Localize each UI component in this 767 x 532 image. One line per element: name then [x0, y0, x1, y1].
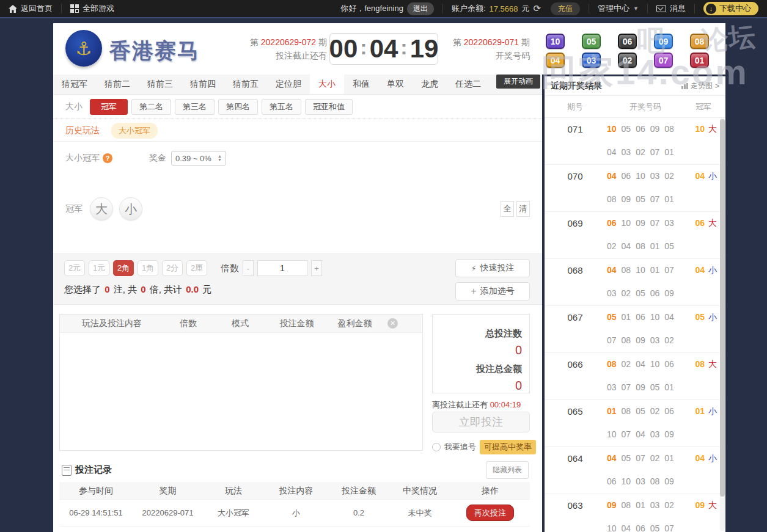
trend-chart-link[interactable]: 走势图 >: [681, 81, 719, 91]
chase-radio[interactable]: [432, 443, 441, 451]
champion-size: 大: [708, 218, 717, 229]
result-numbers-line1: 0408100107: [607, 265, 691, 275]
total-amount-value: 0: [433, 379, 522, 393]
tab-任选二[interactable]: 任选二: [447, 75, 490, 94]
champion-size: 大: [708, 500, 717, 511]
tab-猜前四[interactable]: 猜前四: [182, 75, 224, 94]
tab-猜冠军[interactable]: 猜冠军: [53, 75, 96, 94]
result-number: 01: [607, 406, 617, 416]
multiplier-plus-button[interactable]: +: [311, 260, 322, 276]
result-number: 06: [607, 476, 617, 486]
multiplier-minus-button[interactable]: -: [243, 260, 254, 276]
tab-猜前二[interactable]: 猜前二: [96, 75, 139, 94]
sidebar-scrollbar-thumb[interactable]: [720, 119, 725, 497]
close-circle-icon[interactable]: ✕: [387, 318, 398, 329]
result-number: 01: [664, 147, 674, 157]
home-icon: [9, 5, 17, 13]
position-option-第五名[interactable]: 第五名: [262, 99, 301, 115]
download-center-button[interactable]: ↓ 下载中心: [695, 0, 767, 18]
multiplier-input[interactable]: [257, 260, 307, 276]
result-number: 09: [636, 218, 645, 228]
result-number: 09: [664, 429, 674, 439]
position-option-第二名[interactable]: 第二名: [131, 99, 171, 115]
champion-cell: 06大: [683, 218, 717, 229]
site-logo[interactable]: ⚓: [65, 30, 102, 67]
chip-1角[interactable]: 1角: [138, 260, 158, 276]
bet-summary-box: 总投注数 0 投注总金额 0: [432, 314, 530, 393]
chip-2分[interactable]: 2分: [162, 260, 183, 276]
select-all-button[interactable]: 全: [501, 201, 514, 217]
result-number: 03: [650, 429, 660, 439]
champion-cell: 05小: [683, 312, 717, 323]
size-option-大[interactable]: 大: [90, 197, 113, 220]
tab-和值[interactable]: 和值: [344, 75, 378, 94]
chip-2角[interactable]: 2角: [113, 260, 134, 276]
position-option-冠军[interactable]: 冠军: [90, 99, 128, 115]
bet-slip-header: 玩法及投注内容倍数模式投注金额盈利金额✕: [60, 315, 422, 333]
tab-猜前三[interactable]: 猜前三: [139, 75, 182, 94]
recharge-button[interactable]: 充值: [549, 0, 589, 18]
question-icon[interactable]: ?: [103, 153, 112, 163]
bonus-select[interactable]: 0.39 ~ 0% ▲▼: [171, 151, 226, 166]
champion-cell: 04小: [683, 453, 717, 464]
position-option-第三名[interactable]: 第三名: [175, 99, 215, 115]
clear-button[interactable]: 清: [516, 201, 530, 217]
position-option-第四名[interactable]: 第四名: [218, 99, 258, 115]
logout-button[interactable]: 退出: [407, 0, 442, 18]
result-number: 07: [622, 382, 631, 392]
hide-list-button[interactable]: 隐藏列表: [486, 461, 529, 479]
tab-猜前五[interactable]: 猜前五: [224, 75, 267, 94]
result-number: 04: [607, 453, 617, 463]
tab-单双[interactable]: 单双: [378, 75, 413, 94]
result-number: 07: [664, 265, 674, 275]
champion-size: 小: [708, 265, 717, 276]
quick-bet-button[interactable]: ⚡ 快速投注: [455, 259, 530, 277]
rebet-button[interactable]: 再次投注: [466, 505, 514, 521]
chip-2厘[interactable]: 2厘: [186, 260, 207, 276]
bet-records-header: 投注记录: [62, 464, 112, 476]
tab-大小[interactable]: 大小: [310, 75, 344, 94]
selected-total-amount: 0.0: [185, 284, 200, 294]
result-number: 04: [664, 312, 674, 322]
results-column-headers: 期号 开奖号码 冠军: [545, 96, 725, 118]
chip-1元[interactable]: 1元: [89, 260, 109, 276]
slip-column-4: 投注金额: [268, 318, 326, 329]
records-header-row: 参与时间奖期玩法投注内容投注金额中奖情况操作: [59, 483, 530, 500]
result-number: 06: [636, 523, 645, 532]
record-cell: 大小冠军: [203, 508, 264, 519]
position-option-冠亚和值[interactable]: 冠亚和值: [305, 99, 353, 115]
chevron-down-icon: ▼: [633, 5, 639, 12]
tab-定位胆[interactable]: 定位胆: [267, 75, 310, 94]
table-row: 06-29 14:51:5120220629-071大小冠军小0.2未中奖再次投…: [59, 500, 530, 527]
recent-result-row: 0700406100302080905070104小: [545, 165, 725, 212]
balance-unit: 元: [522, 3, 530, 14]
result-number: 05: [636, 406, 645, 416]
bet-now-button[interactable]: 立即投注: [432, 412, 530, 432]
result-number: 02: [664, 335, 674, 345]
expand-animation-button[interactable]: 展开动画: [496, 75, 540, 89]
tab-龙虎[interactable]: 龙虎: [413, 75, 447, 94]
result-number: 04: [607, 147, 617, 157]
result-number: 02: [622, 359, 631, 369]
amount-panel: 2元1元2角1角2分2厘倍数-+ 您选择了 0 注, 共 0 倍, 共计 0.0…: [53, 253, 542, 305]
home-link[interactable]: 返回首页: [0, 0, 61, 18]
countdown-seconds: 19: [410, 34, 439, 64]
balance-label: 账户余额:: [452, 3, 486, 14]
refresh-icon[interactable]: ⟳: [534, 3, 541, 14]
result-ball: 01: [690, 53, 709, 68]
history-tag-button[interactable]: 大小冠军: [111, 123, 158, 139]
record-cell: 0.2: [328, 508, 389, 517]
countdown-minutes: 04: [370, 34, 398, 64]
all-games-link[interactable]: 全部游戏: [62, 0, 123, 18]
messages-link[interactable]: 消息: [648, 0, 694, 18]
recent-result-row: 0660802041006030709050108大: [545, 353, 725, 400]
result-issue-number: 20220629-071: [464, 37, 519, 47]
result-number: 07: [650, 147, 660, 157]
add-selection-button[interactable]: + 添加选号: [455, 282, 530, 301]
admin-center-menu[interactable]: 管理中心 ▼: [589, 0, 647, 18]
champion-size: 大: [708, 359, 717, 370]
history-play-row: 历史玩法 大小冠军: [53, 120, 542, 142]
result-issue: 070: [545, 171, 606, 181]
size-option-小[interactable]: 小: [119, 197, 142, 220]
chip-2元[interactable]: 2元: [64, 260, 85, 276]
